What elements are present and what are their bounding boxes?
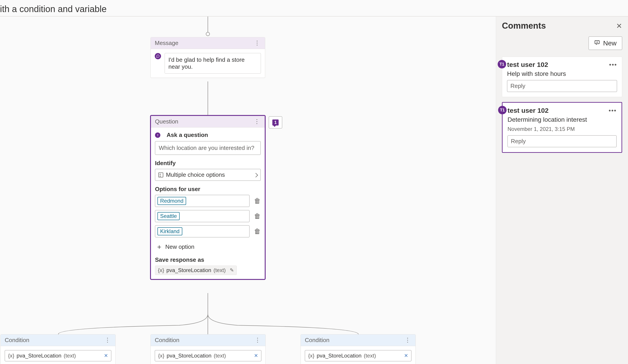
question-node-title: Question (155, 118, 178, 125)
condition-menu-icon[interactable]: ⋮ (254, 337, 261, 344)
chevron-right-icon (254, 171, 257, 178)
condition-menu-icon[interactable]: ⋮ (404, 337, 411, 344)
message-node-menu-icon[interactable]: ⋮ (253, 40, 261, 47)
question-node-menu-icon[interactable]: ⋮ (253, 118, 261, 125)
variable-pill[interactable]: {x} pva_StoreLocation (text) ✎ (155, 266, 237, 275)
comment-body: Help with store hours (507, 70, 617, 77)
condition-node-header: Condition ⋮ (301, 334, 415, 346)
comments-panel-title: Comments (502, 21, 546, 31)
condition-variable[interactable]: {x} pva_StoreLocation (text) ✕ (155, 350, 261, 361)
node-comment-badge[interactable]: 1 (269, 116, 282, 128)
condition-node-header: Condition ⋮ (151, 334, 265, 346)
comments-panel: Comments ✕ New T1 test user 102 ••• Help… (496, 16, 628, 364)
comment-card[interactable]: T1 test user 102 ••• Help with store hou… (502, 57, 622, 97)
more-icon[interactable]: ••• (609, 107, 617, 114)
option-chip: Redmond (157, 197, 186, 205)
option-input[interactable]: Seattle (155, 210, 249, 222)
plus-icon: ＋ (156, 242, 162, 251)
close-icon[interactable]: ✕ (254, 353, 258, 359)
trash-icon[interactable]: 🗑 (254, 228, 261, 235)
option-chip: Seattle (157, 212, 180, 220)
comment-count-icon: 1 (272, 120, 278, 125)
ask-question-label: Ask a question (167, 131, 208, 138)
variable-glyph-icon: {x} (158, 353, 164, 359)
cond-var-type: (text) (64, 353, 76, 359)
close-icon[interactable]: ✕ (104, 353, 108, 359)
question-node-header: Question ⋮ (151, 116, 265, 127)
svg-point-1 (206, 32, 210, 36)
condition-node[interactable]: Condition ⋮ {x} pva_StoreLocation (text)… (0, 334, 116, 364)
message-text[interactable]: I'd be glad to help find a store near yo… (165, 53, 261, 74)
multiple-choice-icon (158, 173, 163, 178)
cond-var-name: pva_StoreLocation (167, 353, 211, 359)
variable-glyph-icon: {x} (8, 353, 14, 359)
cond-var-type: (text) (214, 353, 226, 359)
option-input[interactable]: Kirkland (155, 225, 249, 237)
comment-body: Determining location interest (507, 116, 617, 123)
avatar: T1 (498, 60, 506, 68)
condition-node[interactable]: Condition ⋮ {x} pva_StoreLocation (text)… (151, 334, 266, 364)
trash-icon[interactable]: 🗑 (254, 197, 261, 205)
close-icon[interactable]: ✕ (616, 22, 622, 30)
comment-reply-input[interactable]: Reply (507, 135, 617, 147)
condition-variable[interactable]: {x} pva_StoreLocation (text) ✕ (5, 350, 111, 361)
new-option-label: New option (165, 243, 194, 250)
condition-title: Condition (5, 337, 29, 344)
options-label: Options for user (155, 186, 261, 193)
question-text-input[interactable]: Which location are you interested in? (155, 141, 261, 155)
new-comment-button[interactable]: New (589, 36, 622, 50)
message-node-header: Message ⋮ (151, 37, 265, 49)
variable-type: (text) (213, 267, 226, 273)
cond-var-name: pva_StoreLocation (317, 353, 362, 359)
avatar: T1 (498, 106, 507, 114)
comment-user: test user 102 (507, 107, 549, 114)
condition-title: Condition (305, 337, 329, 344)
identify-selector[interactable]: Multiple choice options (155, 169, 261, 181)
comment-user: test user 102 (507, 61, 548, 68)
question-icon (155, 132, 160, 138)
condition-node-header: Condition ⋮ (1, 334, 115, 346)
more-icon[interactable]: ••• (609, 61, 617, 68)
option-input[interactable]: Redmond (155, 195, 249, 207)
pencil-icon[interactable]: ✎ (230, 267, 234, 273)
save-response-label: Save response as (155, 256, 261, 263)
variable-glyph-icon: {x} (158, 267, 164, 273)
identify-value: Multiple choice options (166, 171, 225, 178)
option-row: Redmond 🗑 (155, 195, 261, 207)
close-icon[interactable]: ✕ (404, 353, 408, 359)
page-title: ith a condition and variable (0, 4, 107, 14)
comment-timestamp: November 1, 2021, 3:15 PM (507, 126, 617, 132)
question-node[interactable]: Question ⋮ Ask a question Which location… (150, 115, 266, 280)
new-option-button[interactable]: ＋ New option (155, 241, 261, 251)
comment-reply-input[interactable]: Reply (507, 80, 617, 92)
message-node[interactable]: Message ⋮ I'd be glad to help find a sto… (151, 37, 265, 78)
condition-title: Condition (155, 337, 179, 344)
cond-var-name: pva_StoreLocation (17, 353, 61, 359)
variable-name: pva_StoreLocation (166, 267, 211, 273)
condition-variable[interactable]: {x} pva_StoreLocation (text) ✕ (305, 350, 411, 361)
condition-menu-icon[interactable]: ⋮ (104, 337, 111, 344)
cond-var-type: (text) (364, 353, 376, 359)
option-row: Kirkland 🗑 (155, 225, 261, 237)
identify-label: Identify (155, 160, 261, 167)
variable-glyph-icon: {x} (308, 353, 314, 359)
new-comment-label: New (603, 39, 617, 47)
comment-card[interactable]: T1 test user 102 ••• Determining locatio… (502, 102, 622, 153)
chat-bubble-icon (155, 53, 161, 59)
option-chip: Kirkland (157, 227, 182, 235)
condition-node[interactable]: Condition ⋮ {x} pva_StoreLocation (text)… (301, 334, 416, 364)
option-row: Seattle 🗑 (155, 210, 261, 222)
trash-icon[interactable]: 🗑 (254, 212, 261, 220)
new-comment-icon (594, 40, 600, 47)
message-node-title: Message (155, 40, 178, 47)
